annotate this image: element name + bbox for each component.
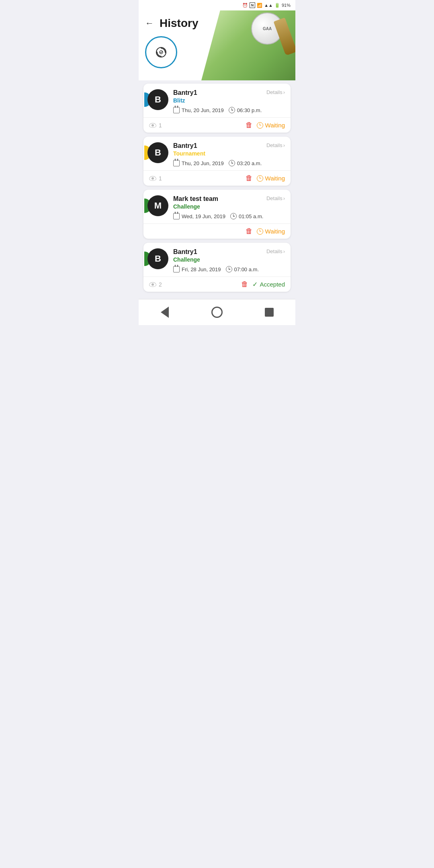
- view-count-number: 2: [159, 281, 162, 288]
- status-badge: Waiting: [257, 228, 285, 235]
- wifi-icon: 📶: [257, 3, 262, 8]
- waiting-clock-icon: [257, 175, 263, 182]
- footer-actions: 🗑 Waiting: [246, 227, 285, 235]
- date-text: Fri, 28 Jun, 2019: [182, 266, 221, 272]
- avatar-wrapper: B: [147, 89, 168, 110]
- chevron-right-icon: ›: [283, 248, 285, 254]
- footer-actions: 🗑 Waiting: [246, 121, 285, 129]
- status-bar: ⏰ N 📶 ▲▲ 🔋 91%: [139, 0, 295, 10]
- back-button[interactable]: ←: [145, 18, 154, 29]
- time-text: 07:00 a.m.: [234, 266, 259, 272]
- card-footer: 1 🗑 Waiting: [143, 117, 291, 133]
- date-text: Thu, 20 Jun, 2019: [182, 160, 224, 166]
- clock-icon: [229, 160, 235, 166]
- status-badge: ✓ Accepted: [252, 280, 285, 288]
- delete-button[interactable]: 🗑: [246, 174, 253, 182]
- time-item: 01:05 a.m.: [230, 213, 263, 219]
- card-datetime: Thu, 20 Jun, 2019 06:30 p.m.: [173, 107, 285, 113]
- view-count-number: 1: [159, 122, 162, 129]
- delete-button[interactable]: 🗑: [241, 280, 248, 289]
- battery-percent: 91%: [282, 3, 291, 8]
- details-label: Details: [266, 248, 283, 254]
- avatar: B: [147, 142, 168, 163]
- signal-icon: ▲▲: [264, 3, 273, 8]
- chevron-right-icon: ›: [283, 142, 285, 148]
- time-text: 06:30 p.m.: [237, 107, 262, 113]
- status-icons: ⏰ N 📶 ▲▲ 🔋 91%: [242, 2, 291, 8]
- date-item: Thu, 20 Jun, 2019: [173, 160, 224, 166]
- eye-icon: [149, 123, 156, 128]
- battery-icon: 🔋: [274, 3, 280, 8]
- status-badge: Waiting: [257, 175, 285, 182]
- delete-button[interactable]: 🗑: [246, 121, 253, 129]
- page-title: History: [160, 17, 198, 30]
- footer-actions: 🗑 Waiting: [246, 174, 285, 182]
- header-area: ← History: [139, 10, 295, 80]
- cards-list: B Bantry1 Blitz Thu, 20 Jun, 2019 06:30 …: [139, 80, 295, 295]
- date-item: Fri, 28 Jun, 2019: [173, 266, 221, 272]
- event-type: Tournament: [173, 150, 285, 157]
- calendar-icon: [173, 107, 180, 113]
- event-type: Challenge: [173, 256, 285, 263]
- status-label: Accepted: [260, 281, 285, 288]
- card-footer: 2 🗑 ✓ Accepted: [143, 276, 291, 292]
- clock-icon: [230, 213, 237, 219]
- details-button[interactable]: Details ›: [266, 195, 285, 201]
- nav-back-button[interactable]: [157, 304, 173, 320]
- list-item: M Mark test team Challenge Wed, 19 Jun, …: [143, 190, 291, 239]
- time-item: 07:00 a.m.: [226, 266, 259, 272]
- view-count: 1: [149, 175, 162, 182]
- stop-square-icon: [265, 308, 274, 317]
- time-item: 06:30 p.m.: [229, 107, 262, 113]
- details-button[interactable]: Details ›: [266, 142, 285, 148]
- nav-stop-button[interactable]: [261, 304, 277, 320]
- footer-actions: 🗑 ✓ Accepted: [241, 280, 285, 289]
- avatar: B: [147, 89, 168, 110]
- view-count: 1: [149, 122, 162, 129]
- details-label: Details: [266, 142, 283, 148]
- card-footer: 🗑 Waiting: [143, 223, 291, 239]
- details-button[interactable]: Details ›: [266, 248, 285, 254]
- status-label: Waiting: [265, 228, 285, 235]
- clock-icon: [226, 266, 232, 272]
- check-icon: ✓: [252, 280, 258, 288]
- event-type: Blitz: [173, 97, 285, 104]
- back-triangle-icon: [161, 307, 169, 318]
- eye-icon: [149, 176, 156, 181]
- alarm-icon: ⏰: [242, 3, 248, 8]
- view-count: 2: [149, 281, 162, 288]
- time-text: 01:05 a.m.: [239, 213, 263, 219]
- delete-button[interactable]: 🗑: [246, 227, 253, 235]
- date-text: Thu, 20 Jun, 2019: [182, 107, 224, 113]
- chevron-right-icon: ›: [283, 195, 285, 201]
- eye-icon: [149, 282, 156, 287]
- card-top: B Bantry1 Challenge Fri, 28 Jun, 2019 07…: [143, 243, 291, 276]
- avatar: B: [147, 248, 168, 269]
- time-text: 03:20 a.m.: [237, 160, 262, 166]
- card-top: B Bantry1 Tournament Thu, 20 Jun, 2019 0…: [143, 137, 291, 170]
- sync-icon: [153, 44, 169, 60]
- list-item: B Bantry1 Blitz Thu, 20 Jun, 2019 06:30 …: [143, 84, 291, 133]
- nfc-icon: N: [250, 2, 256, 8]
- nav-home-button[interactable]: [209, 304, 225, 320]
- card-datetime: Wed, 19 Jun, 2019 01:05 a.m.: [173, 213, 285, 219]
- status-label: Waiting: [265, 175, 285, 182]
- card-top: B Bantry1 Blitz Thu, 20 Jun, 2019 06:30 …: [143, 84, 291, 117]
- details-label: Details: [266, 89, 283, 95]
- calendar-icon: [173, 160, 180, 166]
- card-top: M Mark test team Challenge Wed, 19 Jun, …: [143, 190, 291, 223]
- sync-button[interactable]: [145, 36, 177, 68]
- avatar: M: [147, 195, 168, 216]
- card-footer: 1 🗑 Waiting: [143, 170, 291, 186]
- nav-bar: [139, 299, 295, 325]
- details-button[interactable]: Details ›: [266, 89, 285, 95]
- date-item: Thu, 20 Jun, 2019: [173, 107, 224, 113]
- details-label: Details: [266, 195, 283, 201]
- time-item: 03:20 a.m.: [229, 160, 262, 166]
- header-nav: ← History: [139, 10, 295, 33]
- list-item: B Bantry1 Tournament Thu, 20 Jun, 2019 0…: [143, 137, 291, 186]
- avatar-wrapper: B: [147, 142, 168, 163]
- home-circle-icon: [211, 307, 223, 318]
- view-count-number: 1: [159, 175, 162, 182]
- waiting-clock-icon: [257, 122, 263, 129]
